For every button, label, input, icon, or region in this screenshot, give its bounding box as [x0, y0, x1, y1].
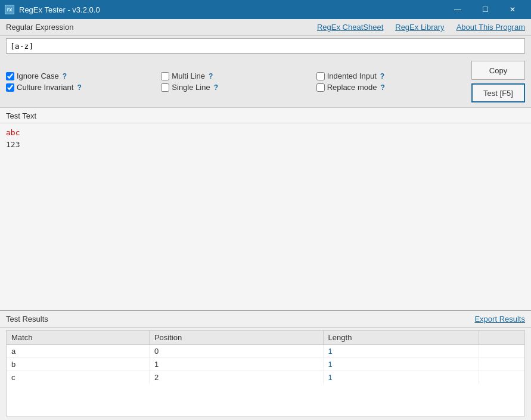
option-single-line: Single Line ? — [161, 83, 316, 92]
replace-mode-checkbox[interactable] — [316, 83, 325, 92]
copy-button[interactable]: Copy — [471, 61, 525, 80]
about-link[interactable]: About This Program — [457, 23, 525, 32]
match-text-abc: abc — [6, 128, 20, 137]
window-title: RegEx Tester - v3.2.0.0 — [19, 5, 444, 14]
test-line-1: abc — [6, 127, 525, 139]
cell-match: a — [7, 345, 149, 358]
ignore-case-label[interactable]: Ignore Case — [17, 71, 59, 80]
option-ignore-case: Ignore Case ? — [6, 71, 161, 80]
test-text-content[interactable]: abc 123 — [0, 123, 531, 310]
single-line-checkbox[interactable] — [161, 83, 169, 92]
ignore-case-checkbox[interactable] — [6, 72, 14, 80]
multi-line-checkbox[interactable] — [161, 72, 169, 80]
cheatsheet-link[interactable]: RegEx CheatSheet — [317, 23, 383, 32]
test-button[interactable]: Test [F5] — [471, 83, 525, 102]
cell-length: 1 — [323, 345, 479, 358]
table-header-row: Match Position Length — [7, 331, 524, 345]
ignore-case-help[interactable]: ? — [61, 72, 68, 80]
cell-position: 0 — [149, 345, 323, 358]
single-line-label[interactable]: Single Line — [172, 83, 210, 92]
single-line-help[interactable]: ? — [213, 83, 219, 92]
culture-invariant-checkbox[interactable] — [6, 83, 14, 92]
cell-length: 1 — [323, 371, 479, 384]
export-results-link[interactable]: Export Results — [474, 315, 525, 323]
option-culture-invariant: Culture Invariant ? — [6, 83, 161, 92]
culture-invariant-label[interactable]: Culture Invariant — [17, 83, 73, 92]
cell-extra — [479, 358, 524, 371]
test-line-2: 123 — [6, 139, 525, 151]
close-button[interactable]: ✕ — [499, 0, 526, 19]
cell-extra — [479, 371, 524, 384]
buttons-area: Copy Test [F5] — [471, 61, 525, 102]
minimize-button[interactable]: — — [444, 0, 471, 19]
option-multi-line: Multi Line ? — [161, 71, 316, 80]
col-position: Position — [149, 331, 323, 345]
results-table-body: a01b11c21 — [7, 345, 524, 384]
col-match: Match — [7, 331, 149, 345]
col-length: Length — [323, 331, 479, 345]
cell-match: b — [7, 358, 149, 371]
table-row: a01 — [7, 345, 524, 358]
table-row: c21 — [7, 371, 524, 384]
app-icon: rx — [5, 5, 14, 14]
cell-position: 2 — [149, 371, 323, 384]
replace-mode-label[interactable]: Replace mode — [327, 83, 377, 92]
results-header: Test Results Export Results — [0, 311, 531, 328]
test-text-section: Test Text abc 123 — [0, 107, 531, 310]
cell-length: 1 — [323, 358, 479, 371]
options-area: Ignore Case ? Multi Line ? Indented Inpu… — [0, 58, 531, 107]
regex-label: Regular Expression — [6, 23, 73, 32]
results-section: Test Results Export Results Match Positi… — [0, 310, 531, 420]
cell-extra — [479, 345, 524, 358]
test-text-label: Test Text — [0, 108, 531, 123]
normal-text-123: 123 — [6, 140, 20, 149]
results-table-wrapper: Match Position Length a01b11c21 — [6, 330, 525, 416]
maximize-button[interactable]: ☐ — [471, 0, 499, 19]
multi-line-help[interactable]: ? — [207, 72, 214, 80]
library-link[interactable]: RegEx Library — [395, 23, 444, 32]
regex-input[interactable] — [6, 38, 525, 54]
content-area: Regular Expression RegEx CheatSheet RegE… — [0, 19, 531, 420]
multi-line-label[interactable]: Multi Line — [172, 71, 205, 80]
indented-input-checkbox[interactable] — [316, 72, 325, 80]
results-table: Match Position Length a01b11c21 — [7, 331, 524, 384]
title-bar: rx RegEx Tester - v3.2.0.0 — ☐ ✕ — [0, 0, 531, 19]
indented-input-label[interactable]: Indented Input — [327, 71, 377, 80]
culture-invariant-help[interactable]: ? — [76, 83, 82, 92]
col-extra — [479, 331, 524, 345]
main-wrapper: Regular Expression RegEx CheatSheet RegE… — [0, 19, 531, 420]
option-indented-input: Indented Input ? — [316, 71, 471, 80]
cell-position: 1 — [149, 358, 323, 371]
cell-match: c — [7, 371, 149, 384]
indented-input-help[interactable]: ? — [379, 72, 386, 80]
table-row: b11 — [7, 358, 524, 371]
replace-mode-help[interactable]: ? — [379, 83, 386, 92]
option-replace-mode: Replace mode ? — [316, 83, 471, 92]
regex-area — [0, 36, 531, 58]
menu-bar: Regular Expression RegEx CheatSheet RegE… — [0, 19, 531, 36]
options-grid: Ignore Case ? Multi Line ? Indented Inpu… — [6, 71, 471, 92]
results-label: Test Results — [6, 315, 474, 323]
